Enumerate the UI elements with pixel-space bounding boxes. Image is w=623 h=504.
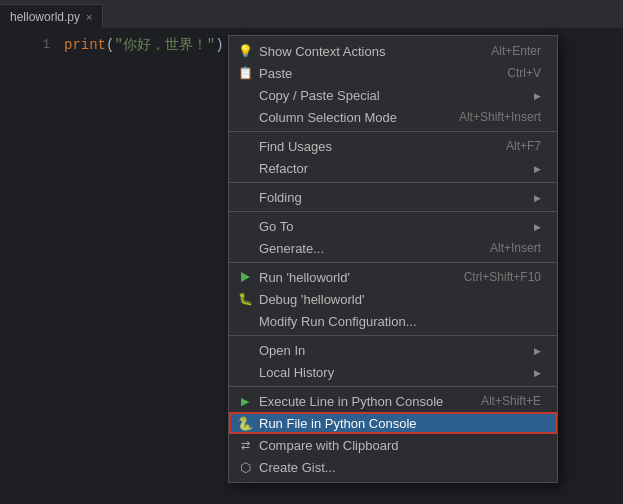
separator-6 [229,386,557,387]
menu-label-go-to: Go To [259,219,293,234]
arrow-folding [494,190,541,204]
shortcut-execute-line: Alt+Shift+E [461,394,541,408]
github-icon: ⬡ [237,459,253,475]
menu-item-create-gist[interactable]: ⬡ Create Gist... [229,456,557,478]
menu-label-show-context-actions: Show Context Actions [259,44,385,59]
context-menu: 💡 Show Context Actions Alt+Enter 📋 Paste… [228,35,558,483]
string-content: "你好，世界！" [114,37,215,53]
menu-label-execute-line: Execute Line in Python Console [259,394,443,409]
separator-5 [229,335,557,336]
menu-label-local-history: Local History [259,365,334,380]
arrow-go-to [494,219,541,233]
debug-icon: 🐛 [237,291,253,307]
shortcut-generate: Alt+Insert [470,241,541,255]
menu-item-copy-paste-special[interactable]: Copy / Paste Special [229,84,557,106]
menu-label-open-in: Open In [259,343,305,358]
menu-item-debug-helloworld[interactable]: 🐛 Debug 'helloworld' [229,288,557,310]
menu-item-paste[interactable]: 📋 Paste Ctrl+V [229,62,557,84]
shortcut-find-usages: Alt+F7 [486,139,541,153]
menu-item-folding[interactable]: Folding [229,186,557,208]
separator-4 [229,262,557,263]
separator-2 [229,182,557,183]
menu-label-debug-helloworld: Debug 'helloworld' [259,292,364,307]
menu-label-run-file: Run File in Python Console [259,416,417,431]
file-tab[interactable]: helloworld.py × [0,4,103,28]
line-number-1: 1 [20,38,50,52]
menu-item-refactor[interactable]: Refactor [229,157,557,179]
menu-label-run-helloworld: Run 'helloworld' [259,270,350,285]
menu-item-local-history[interactable]: Local History [229,361,557,383]
menu-item-compare-clipboard[interactable]: ⇄ Compare with Clipboard [229,434,557,456]
separator-3 [229,211,557,212]
arrow-local-history [494,365,541,379]
menu-label-refactor: Refactor [259,161,308,176]
menu-label-column-selection-mode: Column Selection Mode [259,110,397,125]
menu-label-paste: Paste [259,66,292,81]
menu-item-column-selection-mode[interactable]: Column Selection Mode Alt+Shift+Insert [229,106,557,128]
shortcut-show-context-actions: Alt+Enter [471,44,541,58]
code-text-1: print("你好，世界！") [64,36,224,54]
compare-icon: ⇄ [237,437,253,453]
tab-bar: helloworld.py × [0,0,623,28]
menu-label-generate: Generate... [259,241,324,256]
menu-item-go-to[interactable]: Go To [229,215,557,237]
run-icon [237,269,253,285]
tab-close-button[interactable]: × [86,11,92,23]
execute-icon: ▶ [237,393,253,409]
paren-close: ) [215,37,223,53]
arrow-refactor [494,161,541,175]
bulb-icon: 💡 [237,43,253,59]
tab-filename: helloworld.py [10,10,80,24]
menu-item-find-usages[interactable]: Find Usages Alt+F7 [229,135,557,157]
menu-label-create-gist: Create Gist... [259,460,336,475]
arrow-open-in [494,343,541,357]
shortcut-column-selection-mode: Alt+Shift+Insert [439,110,541,124]
menu-label-copy-paste-special: Copy / Paste Special [259,88,380,103]
menu-item-run-file[interactable]: 🐍 Run File in Python Console [229,412,557,434]
menu-label-compare-clipboard: Compare with Clipboard [259,438,398,453]
menu-item-modify-run-config[interactable]: Modify Run Configuration... [229,310,557,332]
menu-item-run-helloworld[interactable]: Run 'helloworld' Ctrl+Shift+F10 [229,266,557,288]
menu-item-show-context-actions[interactable]: 💡 Show Context Actions Alt+Enter [229,40,557,62]
menu-label-folding: Folding [259,190,302,205]
menu-item-generate[interactable]: Generate... Alt+Insert [229,237,557,259]
menu-label-find-usages: Find Usages [259,139,332,154]
menu-item-execute-line[interactable]: ▶ Execute Line in Python Console Alt+Shi… [229,390,557,412]
menu-item-open-in[interactable]: Open In [229,339,557,361]
shortcut-run-helloworld: Ctrl+Shift+F10 [444,270,541,284]
keyword-print: print [64,37,106,53]
snake-icon: 🐍 [237,415,253,431]
menu-label-modify-run-config: Modify Run Configuration... [259,314,417,329]
shortcut-paste: Ctrl+V [487,66,541,80]
arrow-copy-paste-special [494,88,541,102]
separator-1 [229,131,557,132]
paste-icon: 📋 [237,65,253,81]
